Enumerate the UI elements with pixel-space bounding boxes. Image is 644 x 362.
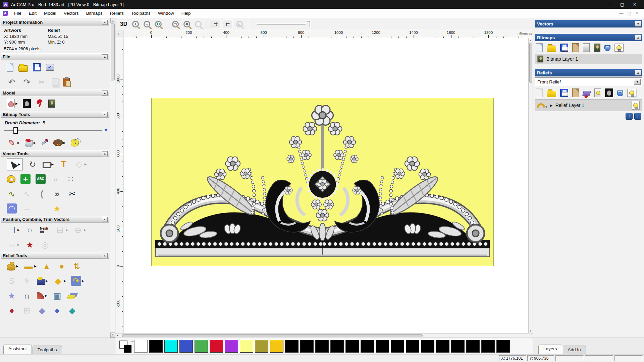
tab-add-in[interactable]: Add In (563, 346, 586, 354)
flyout-arrow-icon[interactable]: ▶ (85, 163, 87, 166)
scroll-thumb[interactable] (122, 334, 423, 337)
colour-swatch[interactable] (134, 340, 148, 353)
flyout-arrow-icon[interactable]: ▶ (34, 264, 37, 268)
save-relief-layer[interactable] (560, 89, 568, 97)
nesting[interactable]: Nesting (40, 225, 50, 235)
colour-swatch[interactable] (300, 340, 314, 353)
rollup-button[interactable]: ▲ (102, 54, 108, 59)
zoom-out[interactable]: − (144, 21, 150, 27)
reliefs-panel-header[interactable]: Reliefs ▲ (535, 69, 642, 76)
scroll-thumb[interactable] (111, 23, 115, 80)
measure-tool[interactable] (7, 175, 15, 183)
zoom-previous[interactable]: ↻ (155, 21, 162, 27)
expand-vectors-button[interactable]: ▼ (635, 21, 641, 26)
flyout-arrow-icon[interactable]: ▶ (82, 279, 84, 283)
colour-swatch[interactable] (270, 340, 283, 353)
add-bridge[interactable]: ∩ (22, 291, 32, 301)
colour-swatch[interactable] (195, 340, 208, 353)
slider-handle[interactable] (13, 127, 18, 134)
scroll-up-arrow[interactable]: ▲ (110, 18, 115, 23)
set-model-size[interactable]: ▶ (7, 99, 18, 108)
zoom-drawing[interactable]: ■ (183, 21, 190, 27)
merge-relief-layers[interactable] (572, 88, 579, 97)
menu-item-help[interactable]: Help (178, 9, 195, 17)
copy-bitmap-to-vectors[interactable]: ⇉ (211, 20, 221, 28)
text-in-a-box[interactable]: ABC (36, 174, 46, 184)
colour-palette[interactable]: ▶ (53, 139, 66, 146)
undo[interactable]: ↶ (7, 77, 17, 87)
greyscale-view[interactable] (23, 99, 31, 108)
zoom-slider-handle[interactable] (307, 21, 310, 27)
smooth-relief[interactable]: ▲ (42, 261, 52, 271)
open-bitmap-layer[interactable] (547, 44, 556, 52)
copy[interactable] (52, 78, 58, 86)
flyout-arrow-icon[interactable]: ▶ (18, 163, 20, 166)
tab-assistant[interactable]: Assistant (3, 345, 32, 354)
colour-swatch[interactable] (406, 340, 419, 353)
cut[interactable]: ✂ (37, 77, 47, 87)
paint-tool[interactable]: ✎▶ (7, 138, 20, 148)
zero-plane[interactable]: ▬▶ (23, 261, 37, 271)
paste-in-centre[interactable]: + (20, 174, 31, 184)
two-rail-sweep[interactable]: ▶ (37, 292, 47, 299)
relief-layers[interactable] (67, 292, 75, 299)
greyscale-preview[interactable] (605, 88, 613, 97)
colour-swatch[interactable] (330, 340, 344, 353)
flood-fill[interactable]: ▶ (25, 138, 36, 147)
colour-swatch[interactable] (255, 340, 268, 353)
pick-colour[interactable] (41, 139, 48, 147)
delete-relief-layer[interactable] (617, 89, 623, 96)
colour-swatch[interactable] (345, 340, 359, 353)
dome-relief[interactable]: ● (57, 261, 67, 271)
scroll-down-arrow[interactable]: ▼ (530, 329, 532, 333)
colour-swatch[interactable] (240, 340, 253, 353)
open-relief-layer[interactable] (547, 89, 556, 97)
colour-swatch[interactable] (451, 340, 465, 353)
text-on-curve[interactable]: ○ (25, 225, 35, 235)
expand-relief-layer-icon[interactable]: ▶ (550, 104, 553, 107)
create-rectangle[interactable]: ▶ (43, 161, 54, 168)
collapse-bitmaps-button[interactable]: ▲ (635, 35, 641, 40)
collapse-reliefs-button[interactable]: ▲ (635, 70, 641, 75)
copy-vectors-to-bitmap[interactable]: ⇇ (223, 20, 233, 28)
fit-vectors-to-curves[interactable]: ★ (25, 240, 35, 250)
colour-swatch[interactable] (376, 340, 389, 353)
colour-swatch[interactable] (361, 340, 374, 353)
vector-texture[interactable]: ◎ (40, 240, 50, 250)
shape-editor[interactable]: ◆▶ (53, 276, 66, 286)
toggle-relief-visibility[interactable] (627, 89, 636, 97)
relief-layer-stack[interactable] (583, 89, 590, 96)
move-layer-down-button[interactable]: ↓ (634, 113, 641, 120)
new-model[interactable] (7, 63, 13, 72)
mirror-vectors[interactable]: » (52, 189, 62, 199)
scale-relief[interactable]: ⇅ (72, 261, 82, 271)
magic-wand[interactable] (71, 139, 79, 146)
paste[interactable] (63, 78, 70, 86)
minimize-button[interactable]: — (607, 2, 611, 7)
create-text[interactable]: T (59, 159, 69, 169)
delete-bitmap-layer[interactable] (604, 44, 610, 51)
flyout-arrow-icon[interactable]: ▶ (17, 228, 20, 232)
dropdown-arrow-icon[interactable]: ▼ (634, 79, 641, 85)
flyout-arrow-icon[interactable]: ▶ (84, 228, 86, 232)
colour-swatch[interactable] (315, 340, 329, 353)
bitmaps-panel-header[interactable]: Bitmaps ▲ (535, 34, 642, 41)
blue-relief-tool[interactable]: ◆ (37, 305, 47, 315)
zoom-slider[interactable] (257, 20, 310, 28)
menu-item-vectors[interactable]: Vectors (60, 9, 83, 17)
merge-bitmap-layers[interactable] (572, 43, 579, 52)
mdi-restore-button[interactable]: ▢ (628, 11, 631, 16)
flyout-arrow-icon[interactable]: ▶ (51, 163, 54, 166)
flyout-arrow-icon[interactable]: ▶ (15, 102, 18, 105)
menu-item-bitmaps[interactable]: Bitmaps (83, 9, 106, 17)
secondary-colour-swatch[interactable] (124, 345, 131, 353)
bitmap-layer-item[interactable]: Bitmap Layer 1 (535, 54, 642, 64)
relief-layer-visibility-button[interactable] (632, 101, 640, 110)
tab-toolpaths[interactable]: Toolpaths (33, 346, 62, 354)
scroll-down-arrow[interactable]: ▼ (110, 333, 115, 338)
view-3d[interactable]: 3D (119, 21, 129, 27)
star-relief[interactable]: ★ (7, 291, 17, 301)
emboss-relief[interactable]: ▣ (52, 291, 62, 301)
brush-diameter-slider[interactable] (4, 126, 102, 135)
scroll-up-arrow[interactable]: ▲ (530, 38, 532, 43)
